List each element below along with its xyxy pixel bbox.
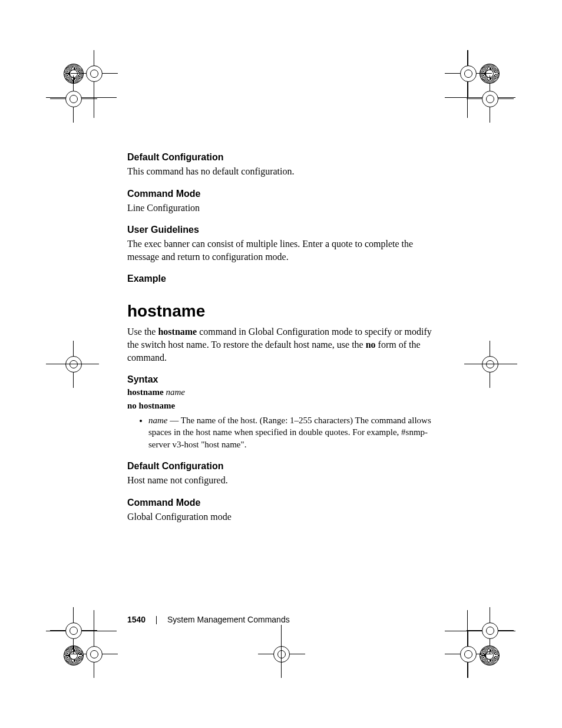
chapter-title: System Management Commands [167, 615, 290, 624]
command-title: hostname [127, 302, 445, 321]
syntax-line: hostname name [127, 387, 445, 397]
registration-mark-icon [50, 341, 97, 388]
body-text: Host name not configured. [127, 474, 445, 487]
page-content: Default Configuration This command has n… [127, 152, 445, 533]
page-number: 1540 [127, 615, 146, 624]
heading-syntax: Syntax [127, 374, 445, 385]
heading-command-mode: Command Mode [127, 498, 445, 508]
registration-mark-icon [50, 607, 97, 654]
heading-command-mode: Command Mode [127, 189, 445, 199]
syntax-line: no hostname [127, 401, 445, 411]
heading-example: Example [127, 274, 445, 284]
registration-mark-icon [50, 75, 97, 123]
body-text: The exec banner can consist of multiple … [127, 238, 445, 263]
registration-mark-icon [467, 607, 514, 654]
registration-mark-icon [467, 75, 514, 123]
text-bold: hostname [158, 327, 197, 337]
page-footer: 1540 System Management Commands [127, 615, 290, 624]
syntax-param: name [148, 416, 168, 425]
body-text: Line Configuration [127, 202, 445, 215]
registration-mark-icon [258, 631, 305, 678]
heading-default-configuration: Default Configuration [127, 152, 445, 163]
heading-user-guidelines: User Guidelines [127, 225, 445, 235]
body-text: This command has no default configuratio… [127, 165, 445, 178]
command-intro: Use the hostname command in Global Confi… [127, 325, 445, 364]
crop-rule [464, 364, 517, 364]
text: Use the [127, 327, 158, 337]
syntax-keyword: hostname [127, 387, 164, 397]
syntax-param-list: name — The name of the host. (Range: 1–2… [127, 414, 445, 450]
list-item: name — The name of the host. (Range: 1–2… [148, 414, 445, 450]
heading-default-configuration: Default Configuration [127, 461, 445, 472]
syntax-keyword: no hostname [127, 401, 175, 410]
text: — The name of the host. (Range: 1–255 ch… [148, 416, 431, 449]
crop-rule [46, 364, 99, 364]
body-text: Global Configuration mode [127, 510, 445, 523]
text-bold: no [366, 340, 376, 350]
registration-mark-icon [467, 341, 514, 388]
syntax-param: name [166, 387, 185, 397]
footer-divider [156, 616, 157, 624]
crop-rule [281, 625, 282, 678]
